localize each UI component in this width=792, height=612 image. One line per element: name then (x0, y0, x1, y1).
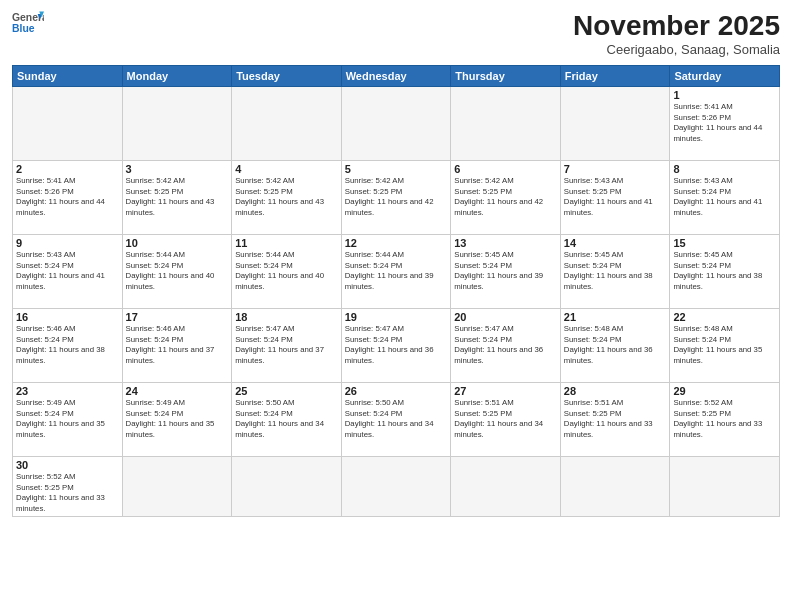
calendar-cell (122, 87, 232, 161)
day-info: Sunrise: 5:51 AM Sunset: 5:25 PM Dayligh… (564, 398, 667, 440)
day-info: Sunrise: 5:52 AM Sunset: 5:25 PM Dayligh… (16, 472, 119, 514)
calendar-cell (13, 87, 123, 161)
day-info: Sunrise: 5:44 AM Sunset: 5:24 PM Dayligh… (235, 250, 338, 292)
day-info: Sunrise: 5:52 AM Sunset: 5:25 PM Dayligh… (673, 398, 776, 440)
calendar-cell (451, 457, 561, 517)
calendar-cell: 22Sunrise: 5:48 AM Sunset: 5:24 PM Dayli… (670, 309, 780, 383)
calendar-cell: 15Sunrise: 5:45 AM Sunset: 5:24 PM Dayli… (670, 235, 780, 309)
calendar-cell: 1Sunrise: 5:41 AM Sunset: 5:26 PM Daylig… (670, 87, 780, 161)
day-info: Sunrise: 5:46 AM Sunset: 5:24 PM Dayligh… (126, 324, 229, 366)
calendar-cell: 17Sunrise: 5:46 AM Sunset: 5:24 PM Dayli… (122, 309, 232, 383)
day-number: 10 (126, 237, 229, 249)
header: General Blue November 2025 Ceerigaabo, S… (12, 10, 780, 57)
svg-text:Blue: Blue (12, 23, 35, 34)
calendar-cell: 4Sunrise: 5:42 AM Sunset: 5:25 PM Daylig… (232, 161, 342, 235)
weekday-header-thursday: Thursday (451, 66, 561, 87)
day-number: 8 (673, 163, 776, 175)
day-info: Sunrise: 5:45 AM Sunset: 5:24 PM Dayligh… (454, 250, 557, 292)
day-number: 6 (454, 163, 557, 175)
title-block: November 2025 Ceerigaabo, Sanaag, Somali… (573, 10, 780, 57)
day-info: Sunrise: 5:47 AM Sunset: 5:24 PM Dayligh… (235, 324, 338, 366)
weekday-header-friday: Friday (560, 66, 670, 87)
day-number: 11 (235, 237, 338, 249)
day-number: 18 (235, 311, 338, 323)
day-info: Sunrise: 5:47 AM Sunset: 5:24 PM Dayligh… (454, 324, 557, 366)
calendar-cell (341, 87, 451, 161)
day-number: 20 (454, 311, 557, 323)
day-number: 16 (16, 311, 119, 323)
day-number: 22 (673, 311, 776, 323)
day-number: 4 (235, 163, 338, 175)
day-info: Sunrise: 5:42 AM Sunset: 5:25 PM Dayligh… (235, 176, 338, 218)
day-info: Sunrise: 5:49 AM Sunset: 5:24 PM Dayligh… (126, 398, 229, 440)
day-number: 15 (673, 237, 776, 249)
calendar-cell (232, 457, 342, 517)
calendar-cell: 29Sunrise: 5:52 AM Sunset: 5:25 PM Dayli… (670, 383, 780, 457)
calendar-cell: 12Sunrise: 5:44 AM Sunset: 5:24 PM Dayli… (341, 235, 451, 309)
calendar-cell (341, 457, 451, 517)
day-info: Sunrise: 5:43 AM Sunset: 5:24 PM Dayligh… (16, 250, 119, 292)
day-number: 9 (16, 237, 119, 249)
calendar-cell (670, 457, 780, 517)
day-number: 23 (16, 385, 119, 397)
location: Ceerigaabo, Sanaag, Somalia (573, 42, 780, 57)
day-number: 24 (126, 385, 229, 397)
calendar-cell: 28Sunrise: 5:51 AM Sunset: 5:25 PM Dayli… (560, 383, 670, 457)
day-number: 29 (673, 385, 776, 397)
calendar-cell: 25Sunrise: 5:50 AM Sunset: 5:24 PM Dayli… (232, 383, 342, 457)
calendar-cell: 5Sunrise: 5:42 AM Sunset: 5:25 PM Daylig… (341, 161, 451, 235)
day-info: Sunrise: 5:48 AM Sunset: 5:24 PM Dayligh… (564, 324, 667, 366)
calendar-cell: 24Sunrise: 5:49 AM Sunset: 5:24 PM Dayli… (122, 383, 232, 457)
day-number: 17 (126, 311, 229, 323)
calendar-cell: 7Sunrise: 5:43 AM Sunset: 5:25 PM Daylig… (560, 161, 670, 235)
day-info: Sunrise: 5:42 AM Sunset: 5:25 PM Dayligh… (454, 176, 557, 218)
calendar: SundayMondayTuesdayWednesdayThursdayFrid… (12, 65, 780, 517)
logo-icon: General Blue (12, 10, 44, 38)
calendar-cell: 19Sunrise: 5:47 AM Sunset: 5:24 PM Dayli… (341, 309, 451, 383)
calendar-cell: 11Sunrise: 5:44 AM Sunset: 5:24 PM Dayli… (232, 235, 342, 309)
day-info: Sunrise: 5:44 AM Sunset: 5:24 PM Dayligh… (126, 250, 229, 292)
calendar-cell: 18Sunrise: 5:47 AM Sunset: 5:24 PM Dayli… (232, 309, 342, 383)
calendar-cell: 13Sunrise: 5:45 AM Sunset: 5:24 PM Dayli… (451, 235, 561, 309)
day-number: 13 (454, 237, 557, 249)
month-title: November 2025 (573, 10, 780, 42)
calendar-cell: 27Sunrise: 5:51 AM Sunset: 5:25 PM Dayli… (451, 383, 561, 457)
day-number: 19 (345, 311, 448, 323)
calendar-cell: 2Sunrise: 5:41 AM Sunset: 5:26 PM Daylig… (13, 161, 123, 235)
day-info: Sunrise: 5:45 AM Sunset: 5:24 PM Dayligh… (673, 250, 776, 292)
day-number: 26 (345, 385, 448, 397)
day-number: 30 (16, 459, 119, 471)
day-info: Sunrise: 5:46 AM Sunset: 5:24 PM Dayligh… (16, 324, 119, 366)
day-info: Sunrise: 5:45 AM Sunset: 5:24 PM Dayligh… (564, 250, 667, 292)
weekday-header-tuesday: Tuesday (232, 66, 342, 87)
day-number: 25 (235, 385, 338, 397)
day-info: Sunrise: 5:41 AM Sunset: 5:26 PM Dayligh… (673, 102, 776, 144)
day-number: 12 (345, 237, 448, 249)
day-info: Sunrise: 5:49 AM Sunset: 5:24 PM Dayligh… (16, 398, 119, 440)
day-number: 14 (564, 237, 667, 249)
day-info: Sunrise: 5:44 AM Sunset: 5:24 PM Dayligh… (345, 250, 448, 292)
calendar-cell: 30Sunrise: 5:52 AM Sunset: 5:25 PM Dayli… (13, 457, 123, 517)
day-info: Sunrise: 5:48 AM Sunset: 5:24 PM Dayligh… (673, 324, 776, 366)
calendar-cell: 9Sunrise: 5:43 AM Sunset: 5:24 PM Daylig… (13, 235, 123, 309)
calendar-cell: 3Sunrise: 5:42 AM Sunset: 5:25 PM Daylig… (122, 161, 232, 235)
logo: General Blue (12, 10, 44, 38)
day-info: Sunrise: 5:51 AM Sunset: 5:25 PM Dayligh… (454, 398, 557, 440)
calendar-cell: 20Sunrise: 5:47 AM Sunset: 5:24 PM Dayli… (451, 309, 561, 383)
day-info: Sunrise: 5:50 AM Sunset: 5:24 PM Dayligh… (235, 398, 338, 440)
day-number: 2 (16, 163, 119, 175)
weekday-header-sunday: Sunday (13, 66, 123, 87)
weekday-header-monday: Monday (122, 66, 232, 87)
day-number: 1 (673, 89, 776, 101)
day-info: Sunrise: 5:43 AM Sunset: 5:24 PM Dayligh… (673, 176, 776, 218)
calendar-cell (451, 87, 561, 161)
calendar-cell: 14Sunrise: 5:45 AM Sunset: 5:24 PM Dayli… (560, 235, 670, 309)
calendar-cell: 26Sunrise: 5:50 AM Sunset: 5:24 PM Dayli… (341, 383, 451, 457)
day-info: Sunrise: 5:47 AM Sunset: 5:24 PM Dayligh… (345, 324, 448, 366)
calendar-cell: 10Sunrise: 5:44 AM Sunset: 5:24 PM Dayli… (122, 235, 232, 309)
day-info: Sunrise: 5:43 AM Sunset: 5:25 PM Dayligh… (564, 176, 667, 218)
day-number: 3 (126, 163, 229, 175)
calendar-cell: 6Sunrise: 5:42 AM Sunset: 5:25 PM Daylig… (451, 161, 561, 235)
day-info: Sunrise: 5:42 AM Sunset: 5:25 PM Dayligh… (345, 176, 448, 218)
day-number: 27 (454, 385, 557, 397)
